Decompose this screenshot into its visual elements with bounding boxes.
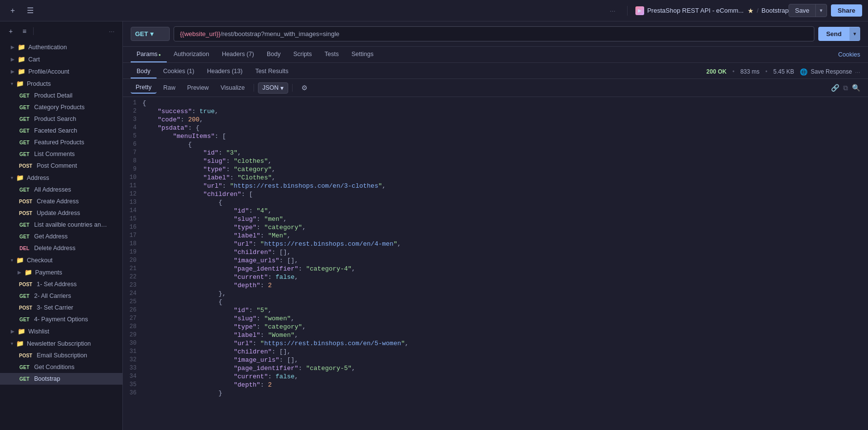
sidebar-item-post-comment[interactable]: POST Post Comment [0,160,122,172]
list-view-button[interactable]: ≡ [19,25,30,37]
token: "code" [158,116,180,123]
code-line: 26 "id": "5", [123,306,868,314]
sidebar-item-profile[interactable]: ▶ 📁 Profile/Account [0,65,122,78]
save-dropdown-button[interactable]: ▾ [816,5,827,16]
resp-tab-cookies[interactable]: Cookies (1) [158,65,200,78]
sidebar-item-wishlist[interactable]: ▶ 📁 Wishlist [0,325,122,337]
sidebar-item-products[interactable]: ▾ 📁 Products [0,78,122,90]
tab-headers[interactable]: Headers (7) [216,47,260,62]
sidebar-item-get-address[interactable]: GET Get Address [0,231,122,242]
json-format-select[interactable]: JSON ▾ [258,82,288,94]
url-input[interactable]: {{website_url}}/rest/bootstrap?menu_with… [174,26,814,41]
tab-body[interactable]: Body [261,47,287,62]
resp-tab-test-results[interactable]: Test Results [249,65,294,78]
share-button[interactable]: Share [831,4,862,17]
code-line: 32 "image_urls": [], [123,356,868,364]
new-item-button[interactable]: + [5,25,17,37]
fmt-pretty-button[interactable]: Pretty [131,82,157,94]
token: }, [142,290,226,297]
sidebar-item-list-countries[interactable]: GET List availble countries and... [0,219,122,231]
copy-icon-button[interactable]: ⧉ [843,84,848,92]
token: "label" [234,332,260,339]
tab-tests[interactable]: Tests [319,47,345,62]
sidebar-item-category-products[interactable]: GET Category Products [0,101,122,113]
sidebar-item-all-addresses[interactable]: GET All Addresses [0,184,122,195]
token: { [142,298,222,306]
code-line: 34 "current": false, [123,372,868,381]
sidebar-item-checkout[interactable]: ▾ 📁 Checkout [0,254,122,266]
del-badge: DEL [18,245,31,252]
save-main-button[interactable]: Save [789,4,816,17]
sidebar-item-faceted-search[interactable]: GET Faceted Search [0,125,122,137]
token: : [], [272,348,291,355]
token: "category" [234,166,272,173]
more-menu-button[interactable]: ··· [606,4,619,18]
filter-icon-button[interactable]: ⚙ [296,82,313,94]
tab-settings[interactable]: Settings [346,47,379,62]
sidebar-item-set-address[interactable]: POST 1- Set Address [0,278,122,290]
save-response-button[interactable]: Save Response [810,68,852,75]
fmt-visualize-button[interactable]: Visualize [216,82,250,93]
add-tab-button[interactable]: + [6,4,20,18]
sidebar-item-label: Faceted Search [34,127,77,134]
fmt-preview-button[interactable]: Preview [182,82,214,93]
send-button[interactable]: Send [818,27,849,41]
code-line: 33 "page_identifier": "category-5", [123,364,868,372]
cookies-link[interactable]: Cookies [838,51,860,58]
link-icon-button[interactable]: 🔗 [831,84,839,92]
format-separator2 [292,84,293,92]
get-badge: GET [18,316,31,323]
search-icon-button[interactable]: 🔍 [852,84,860,92]
line-content: "url": "https://rest.binshops.com/en/5-w… [142,339,868,348]
token [142,381,234,389]
chevron-down-icon: ▾ [11,81,13,86]
send-dropdown-button[interactable]: ▾ [849,27,860,40]
code-line: 14 "id": "4", [123,207,868,215]
line-number: 11 [123,182,142,190]
sidebar-item-featured-products[interactable]: GET Featured Products [0,137,122,148]
sidebar-item-product-search[interactable]: GET Product Search [0,113,122,125]
globe-icon-btn[interactable]: 🌐 [800,68,808,76]
sidebar-item-cart[interactable]: ▶ 📁 Cart [0,53,122,65]
sidebar-item-product-detail[interactable]: GET Product Detail [0,90,122,101]
chevron-right-icon: ▶ [11,44,15,50]
tab-scripts[interactable]: Scripts [287,47,317,62]
sidebar-more-button[interactable]: ··· [106,25,118,37]
tab-params[interactable]: Params● [131,47,167,62]
sidebar-item-payment-options[interactable]: GET 4- Payment Options [0,313,122,325]
sidebar-item-bootstrap[interactable]: GET Bootstrap [0,373,122,385]
sidebar-item-get-conditions[interactable]: GET Get Conditions [0,361,122,373]
response-size: 5.45 KB [773,68,794,75]
folder-icon: 📁 [16,80,24,87]
token: : [253,240,260,248]
more-options-icon-btn[interactable]: ··· [855,68,860,76]
resp-tab-body[interactable]: Body [131,65,157,78]
sidebar-item-list-comments[interactable]: GET List Comments [0,148,122,160]
token: "success" [158,108,192,115]
sidebar-item-all-carriers[interactable]: GET 2- All Carriers [0,290,122,302]
token: "children" [234,348,272,355]
sidebar-item-address[interactable]: ▾ 📁 Address [0,172,122,184]
fmt-raw-button[interactable]: Raw [158,82,180,93]
sidebar-item-payments[interactable]: ▶ 📁 Payments [0,266,122,278]
code-line: 17 "label": "Men", [123,232,868,240]
token [142,191,203,198]
sidebar-item-create-address[interactable]: POST Create Address [0,195,122,207]
sidebar-toggle-button[interactable]: ☰ [23,4,37,18]
token: , [352,365,355,372]
method-select[interactable]: GET ▾ [131,27,170,41]
sidebar-item-update-address[interactable]: POST Update Address [0,207,122,219]
sidebar-item-label: All Addresses [34,186,71,193]
resp-tab-headers[interactable]: Headers (13) [201,65,248,78]
sidebar-item-newsletter[interactable]: ▾ 📁 Newsletter Subscription [0,337,122,350]
sidebar-item-email-subscription[interactable]: POST Email Subscription [0,350,122,361]
token: , [199,116,203,123]
sidebar-item-delete-address[interactable]: DEL Delete Address [0,242,122,254]
tab-authorization[interactable]: Authorization [168,47,215,62]
sidebar-item-set-carrier[interactable]: POST 3- Set Carrier [0,302,122,313]
sidebar-item-authentication[interactable]: ▶ 📁 Authentication [0,41,122,53]
token: : [260,332,268,339]
code-line: 6 { [123,140,868,149]
line-number: 33 [123,364,142,372]
json-editor[interactable]: 1{2 "success": true,3 "code": 200,4 "psd… [123,97,868,430]
